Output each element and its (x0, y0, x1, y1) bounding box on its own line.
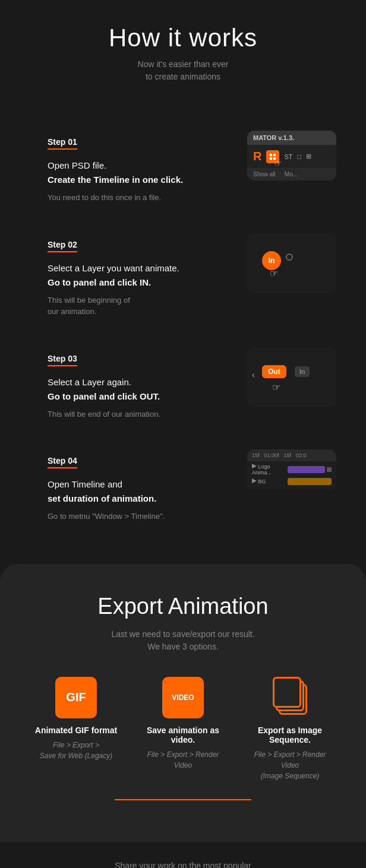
expand-icon-2 (252, 479, 257, 483)
track-row-2: BG (252, 478, 332, 485)
cursor3-icon: ☞ (272, 382, 280, 393)
svg-marker-5 (252, 479, 257, 483)
timeline-tracks: Logo Anima... BG (247, 461, 336, 490)
step-04-label: Step 04 (48, 456, 77, 468)
in-label: In (295, 366, 310, 377)
dot-indicator (286, 254, 293, 261)
video-icon-wrapper: VIDEO (162, 677, 204, 718)
how-it-works-section: How it works Now it's easier than ever t… (0, 0, 366, 119)
social-title: Share your work on the most popular Soci… (12, 860, 354, 869)
step-02-desc: This will be beginning of our animation. (48, 294, 229, 318)
svg-rect-2 (270, 157, 272, 160)
gif-option-desc: File > Export > Save for Web (Legacy) (40, 740, 113, 761)
svg-rect-1 (273, 154, 276, 156)
step-01: Step 01 Open PSD file. Create the Timeli… (48, 131, 336, 204)
step-02-label: Step 02 (48, 240, 77, 252)
track-1-icons (327, 467, 332, 472)
timeline-create-btn[interactable]: ☞ (266, 150, 279, 163)
step-04-image: 15f 01:00f 15f 02:0 Logo Anima... (247, 449, 336, 490)
track-2-label: BG (252, 479, 285, 484)
track-1-label: Logo Anima... (252, 464, 285, 476)
nav-left-arrow: ‹ (252, 370, 255, 379)
imgseq-option-desc: File > Export > Render Video (Image Sequ… (245, 749, 335, 781)
step-01-image: MATOR v.1.3. R ☞ ST □ (247, 131, 336, 180)
step-02: Step 02 Select a Layer you want animate.… (48, 233, 336, 318)
more-btn[interactable]: Mo... (285, 171, 298, 178)
track-1-bar (288, 466, 325, 473)
logo-r: R (253, 150, 261, 163)
track-2-bar (288, 478, 332, 485)
svg-marker-4 (252, 464, 257, 468)
page-subtitle: Now it's easier than ever to create anim… (12, 58, 354, 83)
step-01-title: Open PSD file. Create the Timeline in on… (48, 159, 229, 187)
gif-icon-wrapper: GIF (55, 677, 97, 718)
imgseq-option-title: Export as Image Sequence. (245, 726, 335, 745)
step-04-content: Step 04 Open Timeline and set duration o… (48, 449, 229, 522)
timeline-header: 15f 01:00f 15f 02:0 (247, 449, 336, 461)
cursor2-icon: ☞ (270, 268, 278, 279)
page-3 (273, 677, 301, 708)
gif-icon: GIF (55, 677, 97, 718)
step-03-mock: ‹ Out In ☞ (247, 347, 336, 407)
step-03-desc: This will be end of our animation. (48, 408, 229, 420)
step-03-label: Step 03 (48, 354, 77, 366)
video-icon: VIDEO (162, 677, 204, 718)
step-02-mock: In ☞ (247, 233, 336, 293)
video-option-desc: File > Export > Render Video (138, 749, 228, 771)
cursor-icon: ☞ (274, 159, 282, 168)
export-option-imgseq: Export as Image Sequence. File > Export … (245, 677, 335, 781)
step-03-image: ‹ Out In ☞ (247, 347, 336, 407)
gif-option-title: Animated GIF format (35, 726, 117, 735)
expand-icon (252, 464, 257, 468)
export-options: GIF Animated GIF format File > Export > … (12, 677, 354, 781)
step-04: Step 04 Open Timeline and set duration o… (48, 449, 336, 522)
tab-icon1: □ (298, 153, 302, 160)
step-02-image: In ☞ (247, 233, 336, 293)
steps-container: Step 01 Open PSD file. Create the Timeli… (0, 119, 366, 564)
imgseq-icon-wrapper (269, 677, 311, 718)
export-section: Export Animation Last we need to save/ex… (0, 564, 366, 842)
page-title: How it works (12, 24, 354, 52)
section-divider (115, 799, 251, 800)
step-03: Step 03 Select a Layer again. Go to pane… (48, 347, 336, 420)
step-01-content: Step 01 Open PSD file. Create the Timeli… (48, 131, 229, 204)
export-option-video: VIDEO Save animation as video. File > Ex… (138, 677, 228, 781)
step-04-title: Open Timeline and set duration of animat… (48, 477, 229, 506)
tab-icon2: ⊞ (306, 153, 311, 160)
step-04-mock: 15f 01:00f 15f 02:0 Logo Anima... (247, 449, 336, 490)
mock-toolbar: R ☞ ST □ ⊞ (247, 145, 336, 168)
export-title: Export Animation (12, 594, 354, 619)
step-01-desc: You need to do this once in a file. (48, 192, 229, 204)
svg-rect-0 (270, 154, 272, 156)
video-option-title: Save animation as video. (138, 726, 228, 745)
track-icon (327, 467, 332, 472)
tab-st: ST (284, 153, 292, 160)
export-option-gif: GIF Animated GIF format File > Export > … (31, 677, 121, 781)
step-04-desc: Go to metnu "Window > Timeline". (48, 511, 229, 522)
step-03-title: Select a Layer again. Go to panel and cl… (48, 375, 229, 404)
step-01-mock: MATOR v.1.3. R ☞ ST □ (247, 131, 336, 180)
step-02-content: Step 02 Select a Layer you want animate.… (48, 233, 229, 318)
show-all-btn[interactable]: Show all (253, 171, 276, 178)
export-subtitle: Last we need to save/export our result. … (12, 628, 354, 653)
step-01-label: Step 01 (48, 137, 77, 150)
track-row-1: Logo Anima... (252, 464, 332, 476)
step-03-content: Step 03 Select a Layer again. Go to pane… (48, 347, 229, 420)
social-section: Share your work on the most popular Soci… (0, 842, 366, 869)
mock-bottom-bar: Show all Mo... (247, 168, 336, 180)
mock-titlebar: MATOR v.1.3. (247, 131, 336, 145)
out-button[interactable]: Out (262, 365, 286, 378)
imgseq-icon (269, 677, 311, 718)
step-02-title: Select a Layer you want animate. Go to p… (48, 261, 229, 290)
